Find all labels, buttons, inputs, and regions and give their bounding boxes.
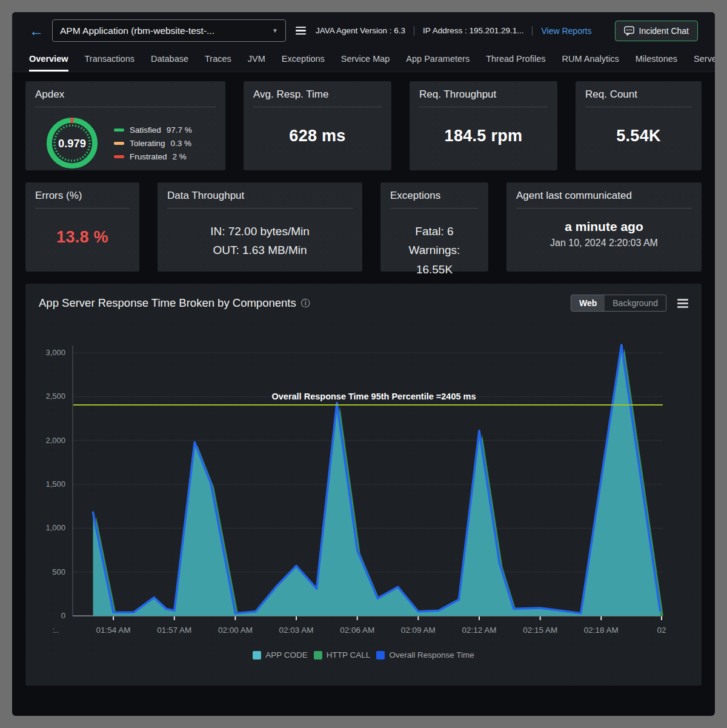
svg-text:02:06 AM: 02:06 AM	[340, 626, 374, 635]
apdex-legend-item: Satisfied97.7 %	[114, 125, 192, 135]
legend-item[interactable]: Overall Response Time	[376, 650, 474, 660]
legend-swatch	[253, 651, 261, 660]
card-title: Agent last communicated	[516, 190, 692, 209]
chart-title: App Server Response Time Broken by Compo…	[39, 296, 296, 310]
avg-resp-time-value: 628 ms	[253, 127, 382, 145]
exceptions-card: Exceptions Fatal: 6 Warnings: 16.55K	[380, 182, 488, 272]
svg-text:500: 500	[52, 567, 65, 576]
data-out-value: OUT: 1.63 MB/Min	[167, 241, 353, 259]
svg-text:02:00 AM: 02:00 AM	[218, 626, 253, 635]
metrics-row-1: Apdex 0.979 Satisfied97.7 %Tolerating0.3…	[25, 81, 702, 170]
legend-swatch	[314, 651, 322, 660]
req-count-card: Req. Count 5.54K	[576, 81, 702, 170]
svg-text:01:54 AM: 01:54 AM	[96, 626, 131, 635]
tab-milestones[interactable]: Milestones	[636, 54, 677, 72]
main-content: Apdex 0.979 Satisfied97.7 %Tolerating0.3…	[12, 72, 715, 698]
legend-swatch	[376, 651, 385, 660]
chat-icon	[624, 26, 634, 36]
apdex-legend-item: Tolerating0.3 %	[114, 139, 192, 148]
metrics-row-2: Errors (%) 13.8 % Data Throughput IN: 72…	[25, 182, 702, 272]
application-selector-dropdown[interactable]: APM Application (rbm-website-test-... ▼	[52, 19, 286, 42]
apdex-card: Apdex 0.979 Satisfied97.7 %Tolerating0.3…	[25, 81, 225, 170]
req-throughput-value: 184.5 rpm	[419, 127, 548, 145]
legend-item[interactable]: HTTP CALL	[314, 650, 371, 660]
application-selector-value: APM Application (rbm-website-test-...	[60, 25, 214, 36]
svg-text:3,000: 3,000	[45, 348, 65, 357]
agent-version-label: JAVA Agent Version : 6.3	[316, 26, 405, 35]
fatal-exceptions-value: Fatal: 6	[390, 222, 479, 241]
svg-text:Overall Response Time 95th Per: Overall Response Time 95th Percentile =2…	[271, 392, 476, 401]
web-background-toggle: Web Background	[571, 295, 666, 312]
req-count-value: 5.54K	[585, 127, 692, 145]
toggle-background[interactable]: Background	[605, 295, 666, 311]
tab-bar: OverviewTransactionsDatabaseTracesJVMExc…	[12, 45, 715, 72]
divider	[414, 26, 414, 36]
view-reports-link[interactable]: View Reports	[541, 26, 591, 36]
svg-text:1,000: 1,000	[45, 523, 65, 532]
svg-text:02:15 AM: 02:15 AM	[523, 626, 557, 635]
apdex-legend: Satisfied97.7 %Tolerating0.3 %Frustrated…	[114, 125, 192, 161]
tab-database[interactable]: Database	[151, 54, 188, 72]
req-throughput-card: Req. Throughput 184.5 rpm	[410, 81, 557, 170]
tab-exceptions[interactable]: Exceptions	[282, 54, 325, 72]
svg-text::..: :..	[53, 626, 59, 635]
legend-marker	[114, 155, 124, 158]
chevron-down-icon: ▼	[272, 27, 278, 34]
tab-transactions[interactable]: Transactions	[85, 54, 134, 72]
warning-exceptions-value: Warnings: 16.55K	[390, 241, 479, 279]
tab-thread-profiles[interactable]: Thread Profiles	[486, 54, 545, 72]
incident-chat-label: Incident Chat	[639, 26, 689, 36]
divider	[532, 26, 533, 36]
svg-text:02:12 AM: 02:12 AM	[462, 626, 496, 635]
ip-address-label: IP Address : 195.201.29.1...	[423, 26, 523, 35]
data-in-value: IN: 72.00 bytes/Min	[167, 222, 353, 241]
card-title: Apdex	[35, 88, 216, 107]
legend-item[interactable]: APP CODE	[253, 650, 308, 660]
incident-chat-button[interactable]: Incident Chat	[615, 21, 699, 41]
svg-text:2,500: 2,500	[45, 392, 65, 401]
svg-text:2,000: 2,000	[45, 436, 65, 445]
card-title: Req. Throughput	[419, 88, 548, 107]
apdex-donut: 0.979	[44, 115, 101, 172]
chart-legend: APP CODEHTTP CALLOverall Response Time	[33, 650, 694, 660]
agent-last-communicated-card: Agent last communicated a minute ago Jan…	[506, 182, 702, 272]
card-title: Errors (%)	[35, 190, 130, 209]
tab-app-parameters[interactable]: App Parameters	[406, 54, 470, 72]
agent-last-timestamp: Jan 10, 2024 2:20:03 AM	[516, 238, 692, 249]
card-title: Exceptions	[390, 190, 479, 209]
card-title: Data Throughput	[167, 190, 353, 209]
legend-marker	[114, 129, 124, 132]
agent-last-relative-time: a minute ago	[516, 219, 692, 234]
svg-text:02:18 AM: 02:18 AM	[584, 626, 619, 635]
svg-text:1,500: 1,500	[45, 479, 65, 489]
card-title: Req. Count	[585, 88, 692, 107]
header: ← APM Application (rbm-website-test-... …	[12, 12, 715, 45]
errors-card: Errors (%) 13.8 %	[25, 182, 139, 272]
response-time-area-chart: 05001,0001,5002,0002,5003,000Overall Res…	[34, 337, 667, 643]
tab-server-metrics[interactable]: Server Metrics	[694, 54, 715, 72]
svg-text:01:57 AM: 01:57 AM	[157, 626, 191, 635]
toggle-web[interactable]: Web	[571, 295, 605, 311]
svg-text:02:03 AM: 02:03 AM	[279, 626, 314, 635]
apdex-legend-item: Frustrated2 %	[114, 152, 192, 161]
apdex-score: 0.979	[58, 137, 86, 150]
tab-traces[interactable]: Traces	[205, 54, 231, 72]
apm-app-window: ← APM Application (rbm-website-test-... …	[12, 12, 715, 716]
tab-service-map[interactable]: Service Map	[341, 54, 390, 72]
errors-value: 13.8 %	[35, 228, 130, 247]
menu-icon[interactable]	[294, 25, 307, 36]
response-time-chart-card: App Server Response Time Broken by Compo…	[25, 284, 702, 686]
chart-menu-icon[interactable]	[676, 298, 689, 309]
tab-rum-analytics[interactable]: RUM Analytics	[562, 54, 619, 72]
svg-text:02: 02	[657, 626, 666, 635]
svg-text:0: 0	[61, 611, 65, 620]
tab-overview[interactable]: Overview	[29, 54, 68, 72]
info-icon[interactable]: ⓘ	[301, 298, 310, 309]
data-throughput-card: Data Throughput IN: 72.00 bytes/Min OUT:…	[158, 182, 362, 272]
card-title: Avg. Resp. Time	[253, 88, 382, 107]
legend-marker	[114, 142, 124, 145]
back-arrow-icon[interactable]: ←	[29, 24, 44, 38]
svg-text:02:09 AM: 02:09 AM	[401, 626, 436, 635]
tab-jvm[interactable]: JVM	[248, 54, 265, 72]
avg-resp-time-card: Avg. Resp. Time 628 ms	[244, 81, 391, 170]
